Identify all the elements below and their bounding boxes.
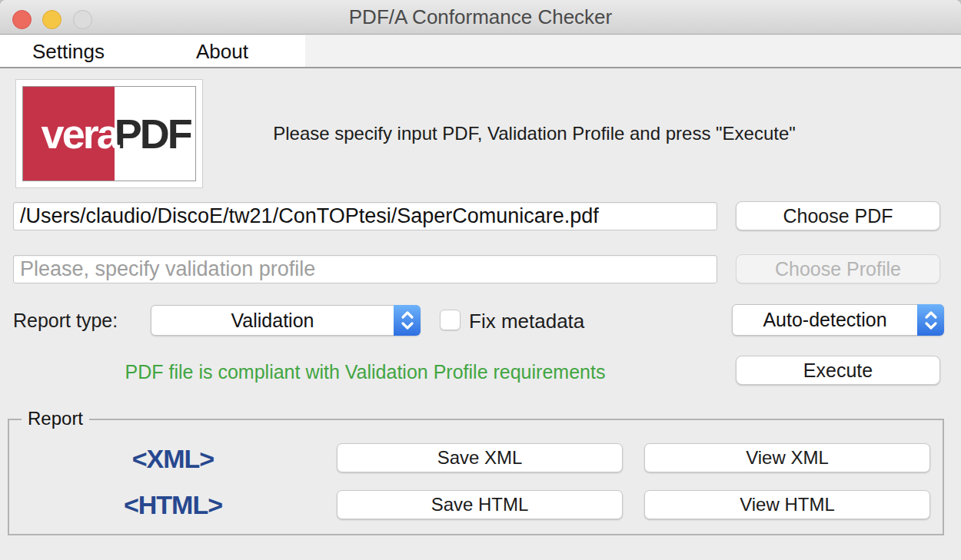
save-xml-button[interactable]: Save XML (337, 443, 623, 472)
window-title: PDF/A Conformance Checker (0, 0, 961, 35)
pdf-path-input[interactable] (13, 202, 717, 230)
titlebar: PDF/A Conformance Checker (0, 0, 961, 35)
chevron-up-down-icon (394, 305, 421, 336)
logo-white-panel: PDF (115, 87, 195, 181)
status-message: PDF file is compliant with Validation Pr… (13, 361, 717, 383)
report-section-legend: Report (22, 408, 89, 429)
save-html-button[interactable]: Save HTML (337, 490, 623, 519)
instruction-text: Please specify input PDF, Validation Pro… (208, 123, 861, 144)
menu-about[interactable]: About (196, 35, 248, 68)
app-window: PDF/A Conformance Checker Settings About… (0, 0, 961, 560)
flavour-select[interactable]: Auto-detection (732, 304, 944, 336)
choose-pdf-button[interactable]: Choose PDF (736, 201, 940, 230)
chevron-up-down-icon (917, 304, 944, 336)
choose-profile-button[interactable]: Choose Profile (736, 254, 940, 283)
view-html-button[interactable]: View HTML (644, 490, 930, 519)
validation-profile-input[interactable] (13, 255, 717, 283)
menubar: Settings About (0, 35, 961, 68)
report-type-select[interactable]: Validation (151, 305, 421, 336)
report-type-label: Report type: (13, 305, 118, 336)
logo-vera-text: vera (42, 110, 118, 157)
fix-metadata-checkbox[interactable] (440, 310, 461, 330)
logo-pdf-text: PDF (115, 110, 191, 157)
flavour-selected-value: Auto-detection (733, 305, 917, 335)
verapdf-logo-image: vera PDF (22, 86, 196, 181)
view-xml-button[interactable]: View XML (644, 443, 930, 472)
report-type-selected-value: Validation (151, 306, 394, 335)
execute-button[interactable]: Execute (736, 356, 940, 385)
logo-red-panel: vera (23, 87, 115, 181)
menu-settings[interactable]: Settings (32, 35, 105, 68)
xml-format-label: <XML> (92, 444, 254, 474)
fix-metadata-label: Fix metadata (469, 306, 584, 336)
verapdf-logo: vera PDF (15, 79, 203, 188)
html-format-label: <HTML> (92, 490, 254, 520)
